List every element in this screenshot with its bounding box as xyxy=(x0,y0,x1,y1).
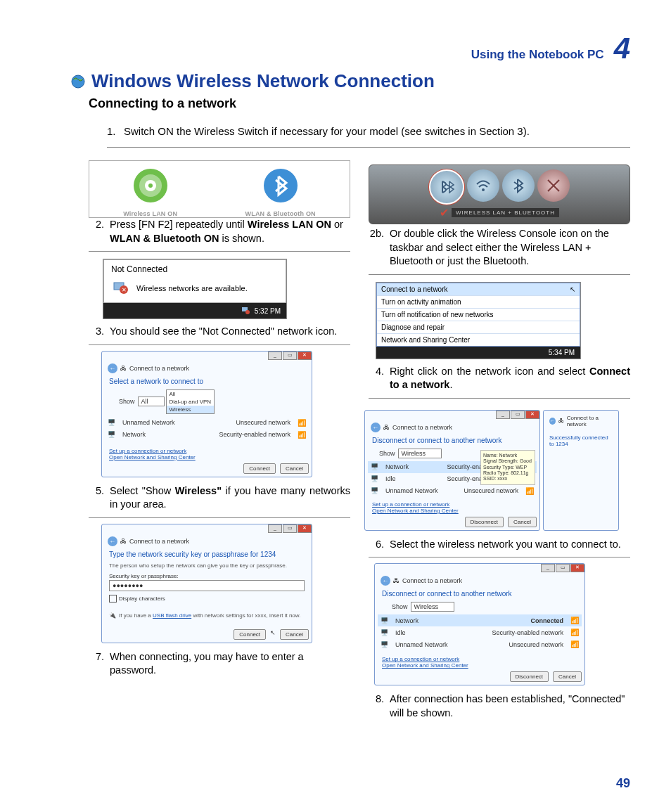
setup-link[interactable]: Set up a connection or network xyxy=(109,448,309,454)
back-icon[interactable]: ← xyxy=(381,576,390,586)
network-icon: 🖧 xyxy=(393,577,400,584)
network-tooltip: Name: Network Signal Strength: Good Secu… xyxy=(480,450,535,485)
chapter-header: Using the Notebook PC 4 xyxy=(70,34,630,63)
pc-icon: 🖥️ xyxy=(371,475,378,482)
network-row[interactable]: 🖥️Unnamed NetworkUnsecured network📶 xyxy=(105,417,309,429)
chapter-title: Using the Notebook PC xyxy=(471,48,604,62)
pc-icon: 🖥️ xyxy=(371,463,378,470)
cursor-icon: ↖ xyxy=(570,285,575,293)
bluetooth-icon[interactable] xyxy=(502,169,535,202)
connect-button[interactable]: Connect xyxy=(243,463,276,474)
passphrase-dialog: _▭✕ ← 🖧 Connect to a network Type the ne… xyxy=(101,524,312,643)
network-row[interactable]: 🖥️NetworkConnected📶 xyxy=(378,614,582,626)
menu-item[interactable]: Network and Sharing Center xyxy=(377,334,580,346)
menu-item[interactable]: Turn off notification of new networks xyxy=(377,309,580,321)
tray-time: 5:32 PM xyxy=(255,307,281,315)
svg-point-11 xyxy=(482,188,485,191)
network-icon: 🖧 xyxy=(120,365,127,372)
sharing-center-link[interactable]: Open Network and Sharing Center xyxy=(109,454,309,460)
network-row[interactable]: 🖥️Unnamed NetworkUnsecured network📶 xyxy=(378,638,582,650)
back-icon[interactable]: ← xyxy=(371,423,381,432)
step-4: 4. Right click on the network icon and s… xyxy=(369,365,630,392)
step-2: 2. Press [FN F2] repeatedly until Wirele… xyxy=(89,218,350,245)
not-connected-figure: Not Connected ✕ Wireless networks are av… xyxy=(103,259,287,319)
network-icon: 🖧 xyxy=(558,418,564,424)
signal-icon: 📶 xyxy=(570,617,579,624)
page-number: 49 xyxy=(616,776,630,791)
page-title: Windows Wireless Network Connection xyxy=(91,70,435,92)
back-icon[interactable]: ← xyxy=(108,363,117,373)
signal-icon: 📶 xyxy=(298,431,306,439)
step-8: 8. After connection has been established… xyxy=(369,692,630,720)
step-6: 6. Select the wireless network you want … xyxy=(369,538,630,552)
connect-network-dialog-6: _▭✕ ← 🖧 Connect to a network Disconnect … xyxy=(364,410,540,531)
cancel-button[interactable]: Cancel xyxy=(508,517,537,527)
signal-icon: 📶 xyxy=(570,629,579,636)
step-5: 5. Select "Show Wireless" if you have ma… xyxy=(89,484,350,512)
connect-network-dialog-5: _▭✕ ← 🖧 Connect to a network Select a ne… xyxy=(101,351,312,477)
passphrase-input[interactable]: ●●●●●●●● xyxy=(109,580,305,591)
check-icon: ✔ xyxy=(440,206,449,219)
signal-icon: 📶 xyxy=(298,419,306,427)
wifi-icon[interactable] xyxy=(467,169,499,202)
signal-icon: 📶 xyxy=(525,487,534,495)
show-dropdown[interactable]: Wireless xyxy=(398,449,442,458)
globe-network-icon xyxy=(70,74,86,92)
pc-icon: 🖥️ xyxy=(381,629,388,636)
display-chars-checkbox[interactable] xyxy=(109,595,117,602)
pc-icon: 🖥️ xyxy=(381,617,388,624)
context-menu-figure: Connect to a network↖ Turn on activity a… xyxy=(376,282,581,359)
pc-icon: 🖥️ xyxy=(108,419,115,426)
network-icon: 🖧 xyxy=(120,538,127,545)
svg-text:✕: ✕ xyxy=(122,287,127,293)
svg-point-4 xyxy=(148,183,153,188)
pc-icon: 🖥️ xyxy=(381,641,388,648)
network-globe-icon: ✕ xyxy=(111,278,129,298)
show-dropdown[interactable]: Wireless xyxy=(411,602,455,612)
svg-point-10 xyxy=(245,310,250,314)
success-dialog: ← 🖧 Connect to a network Successfully co… xyxy=(543,410,619,531)
svg-point-0 xyxy=(72,75,84,88)
disabled-icon[interactable] xyxy=(537,169,570,202)
wifi-bt-icon[interactable] xyxy=(429,169,464,205)
page-subtitle: Connecting to a network xyxy=(89,96,630,111)
cancel-button[interactable]: Cancel xyxy=(553,671,582,682)
menu-item[interactable]: Turn on activity animation xyxy=(377,296,580,309)
tray-time: 5:34 PM xyxy=(549,349,575,356)
cursor-icon: ↖ xyxy=(270,629,276,640)
wireless-lan-on-icon xyxy=(132,167,170,207)
signal-icon: 📶 xyxy=(570,640,579,648)
menu-item[interactable]: Diagnose and repair xyxy=(377,321,580,334)
network-icon: 🖧 xyxy=(383,424,390,431)
back-icon[interactable]: ← xyxy=(549,418,556,425)
step-1: 1. Switch ON the Wireless Switch if nece… xyxy=(107,125,630,148)
tray-network-icon[interactable] xyxy=(241,305,250,316)
network-row[interactable]: 🖥️IdleSecurity-enabled network📶 xyxy=(378,626,582,638)
menu-connect[interactable]: Connect to a network↖ xyxy=(377,283,580,296)
svg-point-5 xyxy=(264,169,298,202)
network-row[interactable]: 🖥️Unnamed NetworkUnsecured network📶 xyxy=(368,485,537,497)
connect-button[interactable]: Connect xyxy=(234,629,266,640)
cancel-button[interactable]: Cancel xyxy=(280,463,309,474)
sharing-center-link[interactable]: Open Network and Sharing Center xyxy=(382,662,582,669)
usb-icon: 🔌 xyxy=(109,612,116,619)
sharing-center-link[interactable]: Open Network and Sharing Center xyxy=(372,508,537,514)
back-icon[interactable]: ← xyxy=(108,536,117,546)
chapter-number: 4 xyxy=(614,34,630,63)
show-dropdown[interactable]: All xyxy=(138,397,165,406)
step-3: 3. You should see the "Not Connected" ne… xyxy=(89,325,350,339)
network-row[interactable]: 🖥️NetworkSecurity-enabled network📶 xyxy=(105,429,309,441)
disconnect-button[interactable]: Disconnect xyxy=(510,671,549,682)
pc-icon: 🖥️ xyxy=(371,487,378,494)
cancel-button[interactable]: Cancel xyxy=(280,629,309,640)
disconnect-button[interactable]: Disconnect xyxy=(465,517,504,527)
pc-icon: 🖥️ xyxy=(108,431,115,438)
setup-link[interactable]: Set up a connection or network xyxy=(372,501,537,508)
tooltip-title: Not Connected xyxy=(111,264,279,274)
wlan-bluetooth-on-icon xyxy=(262,167,300,207)
step-7: 7. When connecting, you may have to ente… xyxy=(89,650,350,678)
step-2b: 2b. Or double click the Wireless Console… xyxy=(369,227,630,269)
setup-link[interactable]: Set up a connection or network xyxy=(382,656,582,662)
wireless-console-figure: ✔WIRELESS LAN + BLUETOOTH xyxy=(369,165,630,224)
connected-dialog: _▭✕ ← 🖧 Connect to a network Disconnect … xyxy=(374,563,585,685)
